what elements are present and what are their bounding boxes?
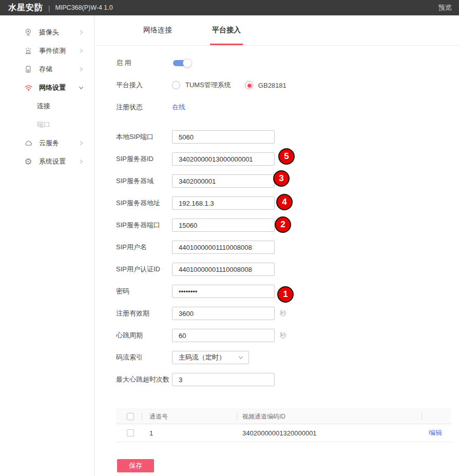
annotation-badge-4: 4 (276, 194, 293, 210)
tab-platform-access[interactable]: 平台接入 (212, 15, 241, 45)
field-label: SIP用户认证ID (116, 265, 172, 274)
fields-list: 本地SIP端口SIP服务器ID5SIP服务器域3SIP服务器地址4SIP服务器端… (116, 130, 459, 386)
annotation-badge-3: 3 (273, 170, 290, 187)
gear-icon: ⚙ (24, 157, 33, 166)
enable-label: 启 用 (116, 58, 172, 68)
alarm-icon (24, 46, 33, 55)
sidebar-subitem[interactable]: 端口 (0, 115, 94, 134)
row-channel-cell: 1 (142, 429, 237, 437)
field-unit: 秒 (280, 331, 286, 340)
sidebar-item[interactable]: 网络设置 (0, 78, 94, 97)
field-label: SIP用户名 (116, 243, 172, 252)
chevron-right-icon (78, 158, 84, 165)
field-label: SIP服务器域 (116, 176, 172, 186)
field-input[interactable] (172, 152, 275, 166)
radio-option[interactable]: GB28181 (245, 81, 286, 89)
radio-circle (245, 81, 253, 89)
platform-label: 平台接入 (116, 81, 172, 90)
form-field-row: SIP服务器域3 (116, 174, 459, 188)
field-label: 注册有效期 (116, 309, 172, 318)
chevron-right-icon (78, 140, 84, 146)
column-separator (142, 413, 142, 420)
chevron-right-icon (78, 29, 84, 35)
sidebar-item[interactable]: 云服务 (0, 134, 94, 152)
row-encode-cell: 34020000001320000001 (237, 429, 422, 437)
header-action-cell (422, 413, 451, 420)
field-label: SIP服务器端口 (116, 221, 172, 230)
channel-table: 通道号 视频通道编码ID 134020000001320000001编辑 (116, 409, 451, 442)
field-input[interactable] (172, 285, 275, 298)
register-status-label: 注册状态 (116, 103, 172, 112)
save-button[interactable]: 保存 (117, 459, 154, 472)
channel-header: 通道号 (149, 412, 168, 421)
field-label: 最大心跳超时次数 (116, 375, 172, 384)
field-input[interactable] (172, 373, 275, 386)
form-field-row: SIP服务器ID5 (116, 152, 459, 166)
encode-id: 34020000001320000001 (242, 429, 317, 437)
body: 摄像头事件侦测存储网络设置连接端口云服务⚙系统设置 网络连接平台接入 启 用 平… (0, 15, 459, 476)
camera-icon (24, 28, 33, 37)
header-channel-cell: 通道号 (142, 412, 237, 421)
sidebar-item-label: 云服务 (39, 138, 59, 148)
stream-index-select[interactable]: 主码流（定时） (172, 351, 249, 364)
field-input[interactable] (172, 130, 275, 144)
encode-id-header: 视频通道编码ID (242, 412, 285, 421)
table-header-row: 通道号 视频通道编码ID (116, 409, 451, 424)
form-field-row: 最大心跳超时次数 (116, 373, 459, 386)
field-input[interactable] (172, 263, 275, 276)
storage-icon (24, 65, 33, 74)
device-model: MIPC368(P)W-4 1.0 (55, 4, 112, 11)
tab-network-connection[interactable]: 网络连接 (143, 15, 172, 45)
header-encode-cell: 视频通道编码ID (237, 412, 422, 421)
header-checkbox-cell (116, 413, 142, 420)
column-separator (237, 413, 237, 420)
register-status-value: 在线 (172, 103, 185, 112)
field-input[interactable] (172, 241, 275, 254)
form-field-row: SIP用户名 (116, 241, 459, 254)
top-bar: 水星安防 | MIPC368(P)W-4 1.0 预览 (0, 0, 459, 15)
radio-label: GB28181 (258, 82, 286, 89)
brand-logo: 水星安防 (8, 3, 43, 13)
sidebar-item[interactable]: 存储 (0, 60, 94, 78)
field-input[interactable] (172, 307, 275, 320)
toggle-knob (183, 58, 192, 68)
platform-row: 平台接入 TUMS管理系统GB28181 (116, 78, 459, 92)
table-row: 134020000001320000001编辑 (116, 424, 451, 442)
field-label: SIP服务器地址 (116, 199, 172, 208)
field-label: 本地SIP端口 (116, 132, 172, 142)
sidebar-item[interactable]: 摄像头 (0, 23, 94, 42)
edit-link[interactable]: 编辑 (429, 428, 442, 438)
column-separator (422, 413, 422, 420)
sidebar-subitem[interactable]: 连接 (0, 97, 94, 115)
field-input[interactable] (172, 329, 275, 342)
field-label: 码流索引 (116, 353, 172, 362)
field-input[interactable] (172, 219, 275, 232)
field-unit: 秒 (280, 309, 286, 318)
preview-link[interactable]: 预览 (438, 3, 452, 12)
row-checkbox-cell (116, 429, 142, 437)
enable-toggle[interactable] (173, 60, 187, 66)
sidebar-item-label: 摄像头 (39, 28, 59, 37)
select-all-checkbox[interactable] (127, 413, 134, 420)
enable-row: 启 用 (116, 56, 459, 70)
form-field-row: 本地SIP端口 (116, 130, 459, 144)
field-label: SIP服务器ID (116, 154, 172, 164)
field-label: 密码 (116, 287, 172, 296)
chevron-down-icon (238, 354, 244, 361)
radio-circle (172, 81, 180, 89)
sidebar-item[interactable]: ⚙系统设置 (0, 152, 94, 171)
platform-radio-group: TUMS管理系统GB28181 (172, 81, 286, 90)
table-body: 134020000001320000001编辑 (116, 424, 451, 442)
row-checkbox[interactable] (127, 429, 134, 437)
sidebar-subitem-label: 端口 (37, 120, 50, 129)
radio-option[interactable]: TUMS管理系统 (172, 81, 231, 90)
sidebar-item-label: 网络设置 (39, 83, 66, 92)
field-input[interactable] (172, 174, 275, 188)
field-input[interactable] (172, 196, 275, 210)
form-field-row: 心跳周期秒 (116, 329, 459, 342)
sidebar-item[interactable]: 事件侦测 (0, 42, 94, 60)
logo-divider: | (48, 4, 50, 12)
page: 水星安防 | MIPC368(P)W-4 1.0 预览 摄像头事件侦测存储网络设… (0, 0, 459, 476)
wifi-icon (24, 83, 33, 92)
annotation-badge-2: 2 (275, 216, 291, 233)
